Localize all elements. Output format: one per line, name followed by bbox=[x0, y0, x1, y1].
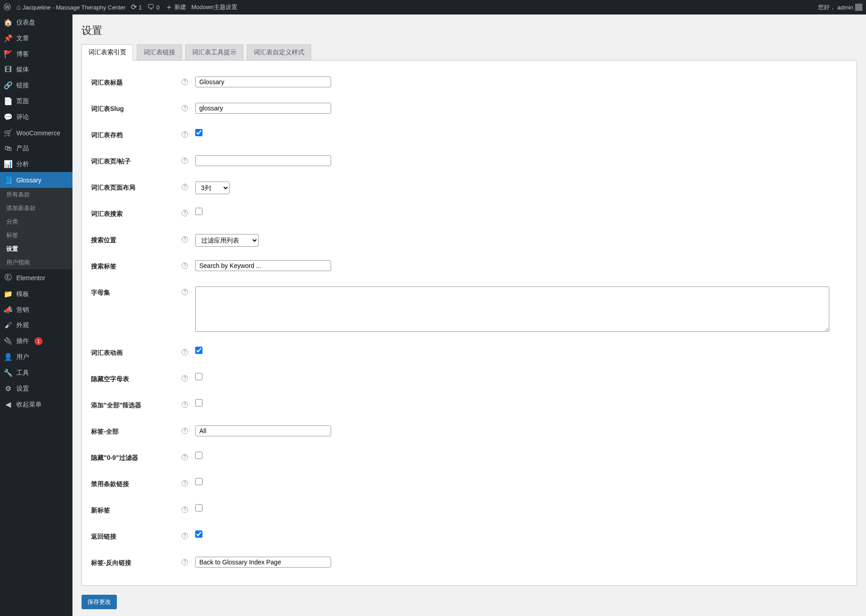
menu-woocommerce[interactable]: 🛒WooCommerce bbox=[0, 125, 72, 141]
glossary-search-checkbox[interactable] bbox=[195, 208, 202, 215]
field-label-hide-empty: 隐藏空字母表 bbox=[91, 366, 182, 392]
menu-links[interactable]: 🔗链接 bbox=[0, 77, 72, 93]
menu-label: Elementor bbox=[16, 274, 45, 282]
label-back-input[interactable] bbox=[195, 557, 331, 568]
help-icon[interactable]: ? bbox=[182, 533, 188, 539]
help-icon[interactable]: ? bbox=[182, 506, 188, 513]
theme-options-link[interactable]: Modown主题设置 bbox=[192, 3, 237, 11]
tab-custom-style[interactable]: 词汇表自定义样式 bbox=[247, 44, 311, 60]
tab-tooltip[interactable]: 词汇表工具提示 bbox=[185, 44, 243, 60]
help-icon[interactable]: ? bbox=[182, 263, 188, 269]
field-label-back-link: 返回链接 bbox=[91, 524, 182, 550]
menu-marketing[interactable]: 📣营销 bbox=[0, 302, 72, 318]
menu-blog[interactable]: 🚩博客 bbox=[0, 46, 72, 62]
menu-glossary[interactable]: 📘Glossary bbox=[0, 172, 72, 188]
page-title: 设置 bbox=[82, 24, 857, 38]
menu-comments[interactable]: 💬评论 bbox=[0, 109, 72, 125]
tab-link[interactable]: 词汇表链接 bbox=[137, 44, 182, 60]
menu-posts[interactable]: 📌文章 bbox=[0, 30, 72, 46]
submenu-settings[interactable]: 设置 bbox=[0, 242, 72, 256]
menu-settings[interactable]: ⚙设置 bbox=[0, 381, 72, 396]
menu-label: 分析 bbox=[16, 160, 29, 168]
help-icon[interactable]: ? bbox=[182, 158, 188, 164]
search-position-select[interactable]: 过滤应用列表 bbox=[195, 234, 259, 247]
tab-index[interactable]: 词汇表索引页 bbox=[82, 44, 133, 61]
page-icon: 📄 bbox=[4, 97, 13, 105]
menu-label: 营销 bbox=[16, 306, 29, 314]
elementor-icon: Ⓔ bbox=[4, 273, 13, 282]
search-label-input[interactable] bbox=[195, 260, 331, 271]
submenu-tags[interactable]: 标签 bbox=[0, 229, 72, 242]
hide-09-checkbox[interactable] bbox=[195, 452, 202, 459]
comment-icon: 💬 bbox=[4, 113, 13, 121]
menu-tools[interactable]: 🔧工具 bbox=[0, 365, 72, 381]
help-icon[interactable]: ? bbox=[182, 210, 188, 216]
help-icon[interactable]: ? bbox=[182, 454, 188, 460]
menu-collapse[interactable]: ◀收起菜单 bbox=[0, 396, 72, 412]
glossary-archive-checkbox[interactable] bbox=[195, 129, 202, 136]
help-icon[interactable]: ? bbox=[182, 131, 188, 138]
field-label-new-tab: 新标签 bbox=[91, 497, 182, 524]
submenu-add-new[interactable]: 添加新条款 bbox=[0, 201, 72, 215]
menu-label: 工具 bbox=[16, 369, 29, 377]
help-icon[interactable]: ? bbox=[182, 428, 188, 434]
menu-label: 外观 bbox=[16, 321, 29, 329]
menu-label: 页面 bbox=[16, 97, 29, 105]
submenu-all-terms[interactable]: 所有条款 bbox=[0, 188, 72, 201]
menu-plugins[interactable]: 🔌插件1 bbox=[0, 333, 72, 349]
disable-term-link-checkbox[interactable] bbox=[195, 478, 202, 485]
help-icon[interactable]: ? bbox=[182, 349, 188, 355]
media-icon: 🎞 bbox=[4, 66, 13, 74]
help-icon[interactable]: ? bbox=[182, 184, 188, 190]
field-label-animation: 词汇表动画 bbox=[91, 340, 182, 366]
collapse-icon: ◀ bbox=[4, 400, 13, 409]
glossary-slug-input[interactable] bbox=[195, 103, 331, 114]
nav-tabs: 词汇表索引页 词汇表链接 词汇表工具提示 词汇表自定义样式 bbox=[82, 44, 857, 61]
site-name-link[interactable]: ⌂Jacqueline - Massage Theraphy Center bbox=[16, 4, 125, 11]
help-icon[interactable]: ? bbox=[182, 480, 188, 487]
glossary-layout-select[interactable]: 3列 bbox=[195, 181, 230, 194]
new-tab-checkbox[interactable] bbox=[195, 504, 202, 511]
menu-elementor[interactable]: ⒺElementor bbox=[0, 269, 72, 286]
wp-logo[interactable]: ⓦ bbox=[4, 4, 11, 11]
new-content-link[interactable]: ＋新建 bbox=[165, 3, 186, 11]
field-label-disable-term-link: 禁用条款链接 bbox=[91, 471, 182, 497]
submenu-categories[interactable]: 分类 bbox=[0, 215, 72, 229]
help-icon[interactable]: ? bbox=[182, 105, 188, 111]
product-icon: 🛍 bbox=[4, 144, 13, 153]
menu-dashboard[interactable]: 🏠仪表盘 bbox=[0, 14, 72, 30]
comments-link[interactable]: 🗨0 bbox=[147, 4, 159, 11]
submenu-user-guide[interactable]: 用户指南 bbox=[0, 256, 72, 269]
updates-link[interactable]: ⟳1 bbox=[131, 4, 142, 11]
glossary-title-input[interactable] bbox=[195, 76, 331, 87]
label-all-input[interactable] bbox=[195, 425, 331, 436]
save-button[interactable]: 保存更改 bbox=[82, 595, 117, 609]
help-icon[interactable]: ? bbox=[182, 375, 188, 382]
hide-empty-checkbox[interactable] bbox=[195, 373, 202, 380]
menu-analytics[interactable]: 📊分析 bbox=[0, 156, 72, 172]
help-icon[interactable]: ? bbox=[182, 401, 188, 408]
help-icon[interactable]: ? bbox=[182, 236, 188, 243]
alphabets-textarea[interactable] bbox=[195, 287, 829, 332]
help-icon[interactable]: ? bbox=[182, 289, 188, 295]
menu-products[interactable]: 🛍产品 bbox=[0, 141, 72, 156]
updates-count: 1 bbox=[139, 4, 142, 11]
menu-media[interactable]: 🎞媒体 bbox=[0, 62, 72, 77]
field-label-layout: 词汇表页面布局 bbox=[91, 175, 182, 201]
menu-label: 文章 bbox=[16, 34, 29, 43]
menu-users[interactable]: 👤用户 bbox=[0, 349, 72, 365]
back-link-checkbox[interactable] bbox=[195, 530, 202, 538]
add-all-filter-checkbox[interactable] bbox=[195, 399, 202, 406]
menu-pages[interactable]: 📄页面 bbox=[0, 93, 72, 109]
my-account-link[interactable]: 您好，admin bbox=[818, 3, 862, 11]
menu-appearance[interactable]: 🖌外观 bbox=[0, 318, 72, 333]
help-icon[interactable]: ? bbox=[182, 559, 188, 565]
menu-templates[interactable]: 📁模板 bbox=[0, 286, 72, 302]
field-label-search-position: 搜索位置 bbox=[91, 227, 182, 253]
wordpress-icon: ⓦ bbox=[4, 4, 11, 11]
plus-icon: ＋ bbox=[165, 4, 173, 11]
glossary-page-post-input[interactable] bbox=[195, 155, 331, 166]
animation-checkbox[interactable] bbox=[195, 347, 202, 354]
help-icon[interactable]: ? bbox=[182, 79, 188, 85]
menu-label: Glossary bbox=[16, 177, 41, 184]
